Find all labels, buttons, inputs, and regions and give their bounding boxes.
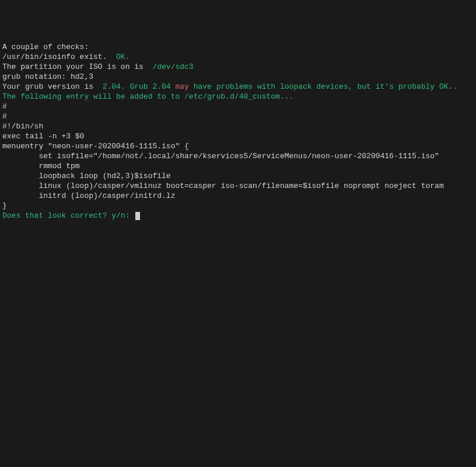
output-line: linux (loop)/casper/vmlinuz boot=casper … bbox=[2, 181, 474, 191]
output-line: The partition your ISO is on is /dev/sdc… bbox=[2, 62, 474, 72]
terminal-output[interactable]: A couple of checks:/usr/bin/isoinfo exis… bbox=[2, 42, 474, 467]
output-line: loopback loop (hd2,3)$isofile bbox=[2, 171, 474, 181]
output-line: } bbox=[2, 201, 474, 211]
output-line: The following entry will be added to to … bbox=[2, 92, 474, 102]
prompt-text: Does that look correct? y/n: bbox=[2, 211, 134, 220]
output-line: grub notation: hd2,3 bbox=[2, 72, 474, 82]
output-line: set isofile="/home/not/.local/share/kser… bbox=[2, 151, 474, 161]
output-line: #!/bin/sh bbox=[2, 121, 474, 131]
prompt-line[interactable]: Does that look correct? y/n: bbox=[2, 211, 474, 221]
output-line: exec tail -n +3 $0 bbox=[2, 131, 474, 141]
output-line: A couple of checks: bbox=[2, 42, 474, 52]
output-line: Your grub version is 2.04. Grub 2.04 may… bbox=[2, 82, 474, 92]
output-line: # bbox=[2, 111, 474, 121]
output-line: # bbox=[2, 102, 474, 111]
output-line: /usr/bin/isoinfo exist. OK. bbox=[2, 52, 474, 62]
output-line: initrd (loop)/casper/initrd.lz bbox=[2, 191, 474, 201]
output-line: rmmod tpm bbox=[2, 161, 474, 171]
cursor bbox=[135, 212, 140, 220]
output-line: menuentry "neon-user-20200416-1115.iso" … bbox=[2, 141, 474, 151]
